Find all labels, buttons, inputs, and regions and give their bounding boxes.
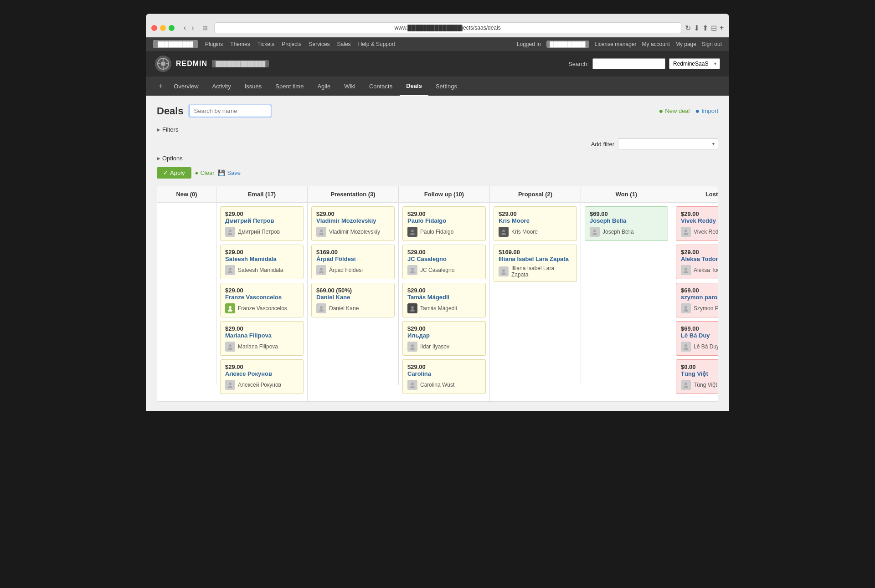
deal-name[interactable]: Paulo Fidalgo bbox=[407, 217, 481, 224]
add-filter-select[interactable] bbox=[618, 138, 718, 149]
deal-card[interactable]: $29.00 Tamás Mágedli Tamás Mágedli bbox=[402, 283, 486, 317]
deal-name[interactable]: Carolina bbox=[407, 370, 481, 377]
deal-amount: $29.00 bbox=[407, 363, 481, 370]
services-menu[interactable]: Services bbox=[309, 41, 330, 47]
apply-button[interactable]: ✓ Apply bbox=[157, 167, 191, 179]
dashboard-button[interactable]: ██████████ bbox=[153, 40, 198, 48]
forward-button[interactable]: › bbox=[190, 23, 196, 33]
deal-card[interactable]: $29.00 Vladimir Mozolevskiy Vladimir Moz… bbox=[311, 206, 395, 241]
clear-button[interactable]: ● Clear bbox=[195, 169, 215, 176]
plugins-menu[interactable]: Plugins bbox=[205, 41, 223, 47]
deal-card[interactable]: $69.00 (50%) Daniel Kane Daniel Kane bbox=[311, 283, 395, 317]
sales-menu[interactable]: Sales bbox=[337, 41, 351, 47]
nav-item-issues[interactable]: Issues bbox=[238, 77, 268, 95]
deal-name[interactable]: Tùng Việt bbox=[681, 370, 718, 377]
svg-point-29 bbox=[410, 348, 415, 350]
deal-name[interactable]: Дмитрий Петров bbox=[225, 217, 299, 224]
deal-card[interactable]: $29.00 Алексе Рокунов Алексей Рокунов bbox=[220, 359, 304, 394]
deal-card[interactable]: $69.00 szymon paroszkiewicz Szymon Paros… bbox=[676, 283, 718, 317]
deal-contact: Tùng Việt bbox=[681, 380, 718, 390]
deal-card[interactable]: $69.00 Joseph Bella Joseph Bella bbox=[585, 206, 668, 241]
options-toggle[interactable]: ▶ Options bbox=[157, 153, 718, 164]
nav-bar: + Overview Activity Issues Spent time Ag… bbox=[146, 77, 729, 96]
help-menu[interactable]: Help & Support bbox=[358, 41, 395, 47]
deal-contact: Sateesh Mamidala bbox=[225, 265, 299, 275]
deal-name[interactable]: Vladimir Mozolevskiy bbox=[316, 217, 390, 224]
reload-button[interactable]: ↻ bbox=[685, 24, 691, 32]
deal-card[interactable]: $29.00 Carolina Carolina Wüst bbox=[402, 359, 486, 394]
deal-name[interactable]: Ильдар bbox=[407, 332, 481, 339]
deal-card[interactable]: $29.00 JC Casalegno JC Casalegno bbox=[402, 245, 486, 279]
deal-name[interactable]: Illiana Isabel Lara Zapata bbox=[499, 256, 572, 262]
sign-out-link[interactable]: Sign out bbox=[702, 41, 722, 47]
avatar bbox=[407, 303, 417, 313]
deal-name[interactable]: Lê Bá Duy bbox=[681, 332, 718, 339]
deal-name[interactable]: szymon paroszkiewicz bbox=[681, 294, 718, 301]
nav-item-deals[interactable]: Deals bbox=[400, 77, 428, 96]
nav-item-spent-time[interactable]: Spent time bbox=[269, 77, 310, 95]
deal-card[interactable]: $29.00 Vivek Reddy Vivek Reddy bbox=[676, 206, 718, 241]
deal-card[interactable]: $169.00 Illiana Isabel Lara Zapata Illia… bbox=[494, 245, 577, 282]
nav-item-agile[interactable]: Agile bbox=[311, 77, 337, 95]
nav-plus-button[interactable]: + bbox=[155, 77, 166, 96]
deal-card[interactable]: $29.00 Дмитрий Петров Дмитрий Петров bbox=[220, 206, 304, 241]
deal-name[interactable]: Árpád Földesi bbox=[316, 256, 390, 262]
search-area: Search: RedmineSaaS bbox=[568, 58, 720, 69]
new-tab-button[interactable]: + bbox=[720, 24, 724, 32]
save-button[interactable]: 💾 Save bbox=[218, 169, 241, 176]
view-toggle-button[interactable]: ⊞ bbox=[200, 23, 211, 32]
deal-name[interactable]: Sateesh Mamidala bbox=[225, 256, 299, 262]
deal-card[interactable]: $29.00 Paulo Fidalgo Paulo Fidalgo bbox=[402, 206, 486, 241]
deal-card[interactable]: $29.00 Sateesh Mamidala Sateesh Mamidala bbox=[220, 245, 304, 279]
nav-item-activity[interactable]: Activity bbox=[206, 77, 237, 95]
search-scope-select[interactable]: RedmineSaaS bbox=[669, 58, 720, 69]
deal-card[interactable]: $29.00 Kris Moore Kris Moore bbox=[494, 206, 577, 241]
deal-name[interactable]: Алексе Рокунов bbox=[225, 370, 299, 377]
contact-name: Tùng Việt bbox=[694, 382, 717, 388]
my-page-link[interactable]: My page bbox=[675, 41, 696, 47]
nav-item-overview[interactable]: Overview bbox=[167, 77, 205, 95]
import-link[interactable]: ● Import bbox=[695, 107, 718, 115]
deal-name[interactable]: Daniel Kane bbox=[316, 294, 390, 301]
back-button[interactable]: ‹ bbox=[182, 23, 188, 33]
sidebar-toggle[interactable]: ⊟ bbox=[711, 24, 717, 32]
nav-item-wiki[interactable]: Wiki bbox=[338, 77, 362, 95]
deal-name[interactable]: Aleksa Todorovic bbox=[681, 256, 718, 262]
deal-card[interactable]: $169.00 Árpád Földesi Árpád Földesi bbox=[311, 245, 395, 279]
themes-menu[interactable]: Themes bbox=[230, 41, 250, 47]
license-manager-link[interactable]: License manager bbox=[595, 41, 637, 47]
projects-menu[interactable]: Projects bbox=[282, 41, 301, 47]
tickets-menu[interactable]: Tickets bbox=[257, 41, 275, 47]
minimize-button[interactable] bbox=[160, 25, 166, 31]
deal-amount: $29.00 bbox=[407, 249, 481, 256]
download-icon[interactable]: ⬇ bbox=[694, 24, 700, 32]
deal-card[interactable]: $69.00 Lê Bá Duy Lê Bá Duy bbox=[676, 321, 718, 356]
deal-card[interactable]: $29.00 Mariana Filipova Mariana Filipova bbox=[220, 321, 304, 356]
search-by-name-input[interactable] bbox=[189, 105, 271, 117]
my-account-link[interactable]: My account bbox=[642, 41, 670, 47]
maximize-button[interactable] bbox=[169, 25, 175, 31]
deal-card[interactable]: $29.00 Franze Vasconcelos Franze Vasconc… bbox=[220, 283, 304, 317]
deal-card[interactable]: $29.00 Ильдар Ildar Ilyasov bbox=[402, 321, 486, 356]
deal-name[interactable]: Vivek Reddy bbox=[681, 217, 718, 224]
nav-item-settings[interactable]: Settings bbox=[429, 77, 463, 95]
deal-card[interactable]: $29.00 Aleksa Todorovic Aleksa Todorovic bbox=[676, 245, 718, 279]
deal-card[interactable]: $0.00 Tùng Việt Tùng Việt bbox=[676, 359, 718, 394]
deal-amount: $29.00 bbox=[225, 287, 299, 294]
global-search-input[interactable] bbox=[592, 58, 665, 69]
deal-name[interactable]: Kris Moore bbox=[499, 217, 572, 224]
url-bar[interactable]: www.██████████████jects/saas/deals bbox=[214, 22, 681, 33]
svg-point-1 bbox=[161, 61, 165, 66]
nav-item-contacts[interactable]: Contacts bbox=[363, 77, 399, 95]
deal-name[interactable]: Tamás Mágedli bbox=[407, 294, 481, 301]
deal-name[interactable]: JC Casalegno bbox=[407, 256, 481, 262]
share-button[interactable]: ⬆ bbox=[702, 24, 708, 32]
filters-toggle[interactable]: ▶ Filters bbox=[157, 124, 718, 135]
new-deal-link[interactable]: ● New deal bbox=[659, 107, 690, 115]
deal-name[interactable]: Mariana Filipova bbox=[225, 332, 299, 339]
close-button[interactable] bbox=[151, 25, 157, 31]
deal-contact: Illiana Isabel Lara Zapata bbox=[499, 265, 572, 278]
clear-icon: ● bbox=[195, 169, 199, 176]
deal-name[interactable]: Franze Vasconcelos bbox=[225, 294, 299, 301]
deal-name[interactable]: Joseph Bella bbox=[590, 217, 663, 224]
